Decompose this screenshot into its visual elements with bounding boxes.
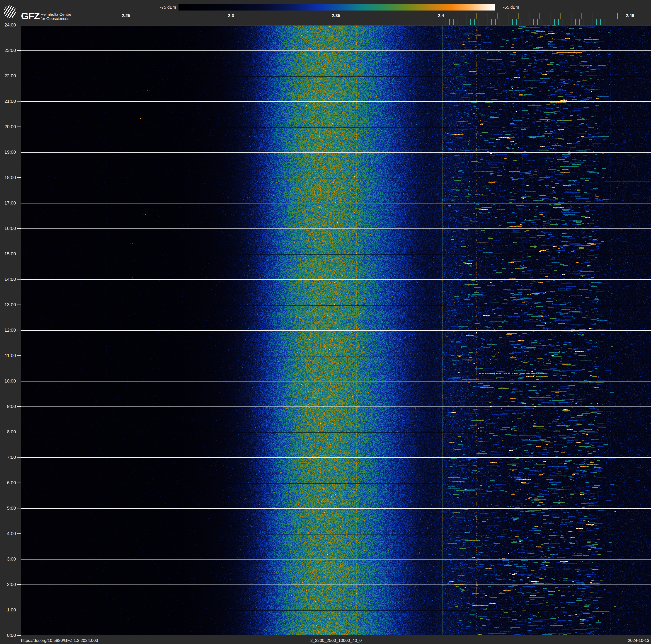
bluetooth-channel-tick [600,19,601,25]
hour-label: 10:00 [0,379,16,384]
doi-link[interactable]: https://doi.org/10.5880/GFZ.1.2.2024.003 [21,638,98,643]
freq-minor-tick [210,19,210,25]
freq-tick-label: 2.3 [218,13,244,18]
bluetooth-channel-tick [609,19,609,25]
bluetooth-channel-tick [466,19,466,25]
hour-label: 5:00 [0,506,16,511]
hour-tick [17,50,21,51]
freq-minor-tick [231,19,231,25]
freq-tick-label: 2.35 [323,13,349,18]
bluetooth-channel-tick [554,19,555,25]
bluetooth-channel-tick [504,19,504,25]
freq-minor-tick [168,19,168,25]
hour-label: 8:00 [0,430,16,435]
wifi-channel-tick [529,12,529,19]
bluetooth-channel-tick [449,19,450,25]
hour-tick [17,635,21,636]
hour-label: 18:00 [0,175,16,180]
bluetooth-channel-tick [487,19,488,25]
hour-tick [17,381,21,381]
freq-tick-label: 2.49 [617,13,643,18]
gfz-globe-icon [4,5,17,18]
wifi-channel-tick [497,12,498,19]
freq-minor-tick [126,19,126,25]
dataset-title: 2_2200_2500_10000_40_0 [310,638,362,643]
bluetooth-channel-tick [584,19,584,25]
hour-label: 22:00 [0,74,16,79]
hour-label: 17:00 [0,201,16,206]
bluetooth-channel-tick [508,19,508,25]
hour-tick [17,101,21,101]
freq-tick-label: 2.4 [428,13,454,18]
hour-tick [17,610,21,610]
wifi-channel-tick [508,12,508,19]
hour-label: 12:00 [0,328,16,333]
hour-tick [17,355,21,356]
hour-label: 16:00 [0,226,16,231]
hour-label: 11:00 [0,353,16,358]
hour-tick [17,559,21,559]
freq-minor-tick [357,19,357,25]
hour-label: 4:00 [0,531,16,536]
bluetooth-channel-tick [571,19,571,25]
hour-label: 21:00 [0,99,16,104]
hour-tick [17,457,21,458]
hour-tick [17,482,21,483]
hour-tick [17,126,21,127]
hour-tick [17,304,21,305]
bluetooth-channel-tick [521,19,521,25]
bluetooth-channel-tick [525,19,525,25]
freq-minor-tick [84,19,84,25]
freq-minor-tick [294,19,294,25]
freq-minor-tick [273,19,273,25]
hour-label: 7:00 [0,455,16,460]
gfz-logo-subtitle: Helmholtz Centre for Geosciences [40,12,71,21]
bluetooth-channel-tick [517,19,517,25]
bluetooth-channel-tick [529,19,529,25]
hour-tick [17,533,21,534]
hour-label: 15:00 [0,252,16,257]
bluetooth-channel-tick [575,19,576,25]
freq-minor-tick [399,19,399,25]
bluetooth-channel-tick [483,19,483,25]
freq-minor-tick [336,19,336,25]
gfz-logo-subtitle-line1: Helmholtz Centre [40,12,71,17]
wifi-channel-tick [582,12,582,19]
hour-label: 24:00 [0,23,16,28]
hour-tick [17,25,21,25]
wifi-channel-tick [592,12,592,19]
hour-label: 9:00 [0,404,16,409]
freq-minor-tick [252,19,252,25]
freq-minor-tick [420,19,420,25]
freq-minor-tick [147,19,147,25]
hour-label: 1:00 [0,608,16,612]
hour-label: 6:00 [0,480,16,485]
bluetooth-channel-tick [462,19,462,25]
bluetooth-channel-tick [592,19,592,25]
bluetooth-channel-tick [567,19,567,25]
bluetooth-channel-tick [596,19,597,25]
hour-tick [17,584,21,585]
bluetooth-channel-tick [579,19,580,25]
colorbar-min-label: -75 dBm [147,5,176,10]
bluetooth-channel-tick [537,19,538,25]
hour-tick [17,508,21,508]
hour-tick [17,203,21,203]
hour-label: 3:00 [0,557,16,562]
colorbar-max-label: -55 dBm [503,5,519,10]
freq-minor-tick [63,19,63,25]
bluetooth-channel-tick [563,19,563,25]
freq-minor-tick [441,19,441,25]
hour-label: 13:00 [0,302,16,307]
bluetooth-channel-tick [604,19,605,25]
hour-tick [17,76,21,76]
freq-minor-tick [42,19,42,25]
gfz-logo-subtitle-line2: for Geosciences [40,17,71,21]
hour-label: 2:00 [0,582,16,587]
freq-minor-tick [315,19,315,25]
wifi-channel-tick [476,12,477,19]
bluetooth-channel-tick [550,19,550,25]
hour-tick [17,228,21,229]
bluetooth-channel-tick [470,19,471,25]
wifi-channel-tick [466,12,466,19]
